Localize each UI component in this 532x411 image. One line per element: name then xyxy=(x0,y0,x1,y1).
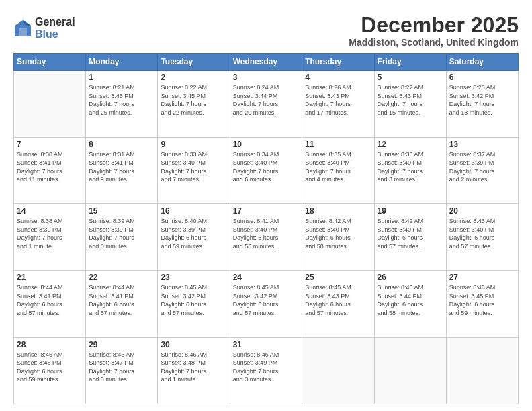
day-detail: Sunrise: 8:42 AM Sunset: 3:40 PM Dayligh… xyxy=(305,217,371,250)
day-detail: Sunrise: 8:28 AM Sunset: 3:42 PM Dayligh… xyxy=(449,83,515,117)
calendar-cell: 11Sunrise: 8:35 AM Sunset: 3:40 PM Dayli… xyxy=(302,137,374,203)
day-number: 17 xyxy=(233,206,300,216)
calendar-week-0: 1Sunrise: 8:21 AM Sunset: 3:46 PM Daylig… xyxy=(14,71,519,137)
day-detail: Sunrise: 8:33 AM Sunset: 3:40 PM Dayligh… xyxy=(161,150,226,184)
header-row: Sunday Monday Tuesday Wednesday Thursday… xyxy=(14,54,519,71)
day-detail: Sunrise: 8:46 AM Sunset: 3:44 PM Dayligh… xyxy=(378,283,443,317)
day-number: 7 xyxy=(17,140,83,149)
calendar-cell: 17Sunrise: 8:41 AM Sunset: 3:40 PM Dayli… xyxy=(230,203,302,270)
day-number: 8 xyxy=(89,140,154,149)
calendar-cell: 31Sunrise: 8:46 AM Sunset: 3:49 PM Dayli… xyxy=(230,337,302,404)
calendar-cell: 7Sunrise: 8:30 AM Sunset: 3:41 PM Daylig… xyxy=(14,137,86,203)
calendar-cell: 10Sunrise: 8:34 AM Sunset: 3:40 PM Dayli… xyxy=(230,137,302,203)
day-number: 12 xyxy=(378,140,443,149)
day-number: 13 xyxy=(449,140,515,149)
day-detail: Sunrise: 8:43 AM Sunset: 3:40 PM Dayligh… xyxy=(449,217,515,250)
calendar-cell: 29Sunrise: 8:46 AM Sunset: 3:47 PM Dayli… xyxy=(86,337,158,404)
day-number: 27 xyxy=(449,273,515,282)
calendar-cell xyxy=(302,337,374,404)
day-number: 6 xyxy=(449,73,515,82)
calendar-cell: 28Sunrise: 8:46 AM Sunset: 3:46 PM Dayli… xyxy=(14,337,86,404)
day-number: 30 xyxy=(161,340,226,349)
day-detail: Sunrise: 8:42 AM Sunset: 3:40 PM Dayligh… xyxy=(378,217,443,250)
day-detail: Sunrise: 8:36 AM Sunset: 3:40 PM Dayligh… xyxy=(378,150,443,184)
calendar-cell: 16Sunrise: 8:40 AM Sunset: 3:39 PM Dayli… xyxy=(158,203,230,270)
col-wednesday: Wednesday xyxy=(230,54,302,71)
calendar-cell: 30Sunrise: 8:46 AM Sunset: 3:48 PM Dayli… xyxy=(158,337,230,404)
day-number: 26 xyxy=(378,273,443,282)
calendar-week-2: 14Sunrise: 8:38 AM Sunset: 3:39 PM Dayli… xyxy=(14,203,519,270)
calendar-week-1: 7Sunrise: 8:30 AM Sunset: 3:41 PM Daylig… xyxy=(14,137,519,203)
day-number: 29 xyxy=(89,340,154,349)
day-number: 22 xyxy=(89,273,154,282)
calendar-cell: 25Sunrise: 8:45 AM Sunset: 3:43 PM Dayli… xyxy=(302,271,374,337)
day-number: 14 xyxy=(17,206,83,216)
day-number: 3 xyxy=(233,73,300,82)
day-detail: Sunrise: 8:24 AM Sunset: 3:44 PM Dayligh… xyxy=(233,83,300,117)
day-number: 23 xyxy=(161,273,226,282)
calendar-header: Sunday Monday Tuesday Wednesday Thursday… xyxy=(14,54,519,71)
calendar-cell: 6Sunrise: 8:28 AM Sunset: 3:42 PM Daylig… xyxy=(446,71,518,137)
calendar-cell: 4Sunrise: 8:26 AM Sunset: 3:43 PM Daylig… xyxy=(302,71,374,137)
calendar-cell: 23Sunrise: 8:45 AM Sunset: 3:42 PM Dayli… xyxy=(158,271,230,337)
day-number: 19 xyxy=(378,206,443,216)
day-detail: Sunrise: 8:38 AM Sunset: 3:39 PM Dayligh… xyxy=(17,217,83,250)
calendar-cell xyxy=(446,337,518,404)
logo-general: General xyxy=(35,16,75,28)
day-detail: Sunrise: 8:41 AM Sunset: 3:40 PM Dayligh… xyxy=(233,217,300,250)
day-detail: Sunrise: 8:45 AM Sunset: 3:43 PM Dayligh… xyxy=(305,283,371,317)
day-detail: Sunrise: 8:34 AM Sunset: 3:40 PM Dayligh… xyxy=(233,150,300,184)
month-title: December 2025 xyxy=(349,13,519,37)
day-detail: Sunrise: 8:27 AM Sunset: 3:43 PM Dayligh… xyxy=(378,83,443,117)
day-detail: Sunrise: 8:39 AM Sunset: 3:39 PM Dayligh… xyxy=(89,217,154,250)
col-saturday: Saturday xyxy=(446,54,518,71)
day-number: 2 xyxy=(161,73,226,82)
calendar-cell: 13Sunrise: 8:37 AM Sunset: 3:39 PM Dayli… xyxy=(446,137,518,203)
day-number: 5 xyxy=(378,73,443,82)
calendar-cell: 22Sunrise: 8:44 AM Sunset: 3:41 PM Dayli… xyxy=(86,271,158,337)
calendar-cell: 20Sunrise: 8:43 AM Sunset: 3:40 PM Dayli… xyxy=(446,203,518,270)
title-block: December 2025 Maddiston, Scotland, Unite… xyxy=(349,13,519,48)
calendar-cell: 26Sunrise: 8:46 AM Sunset: 3:44 PM Dayli… xyxy=(374,271,446,337)
day-number: 18 xyxy=(305,206,371,216)
location: Maddiston, Scotland, United Kingdom xyxy=(349,37,519,48)
calendar-week-3: 21Sunrise: 8:44 AM Sunset: 3:41 PM Dayli… xyxy=(14,271,519,337)
day-detail: Sunrise: 8:45 AM Sunset: 3:42 PM Dayligh… xyxy=(233,283,300,317)
logo-icon xyxy=(13,19,32,38)
col-thursday: Thursday xyxy=(302,54,374,71)
day-detail: Sunrise: 8:46 AM Sunset: 3:46 PM Dayligh… xyxy=(17,351,83,384)
day-detail: Sunrise: 8:40 AM Sunset: 3:39 PM Dayligh… xyxy=(161,217,226,250)
calendar-cell: 5Sunrise: 8:27 AM Sunset: 3:43 PM Daylig… xyxy=(374,71,446,137)
day-detail: Sunrise: 8:22 AM Sunset: 3:45 PM Dayligh… xyxy=(161,83,226,117)
calendar-cell: 18Sunrise: 8:42 AM Sunset: 3:40 PM Dayli… xyxy=(302,203,374,270)
calendar-cell: 24Sunrise: 8:45 AM Sunset: 3:42 PM Dayli… xyxy=(230,271,302,337)
calendar-cell: 8Sunrise: 8:31 AM Sunset: 3:41 PM Daylig… xyxy=(86,137,158,203)
calendar-cell: 1Sunrise: 8:21 AM Sunset: 3:46 PM Daylig… xyxy=(86,71,158,137)
day-number: 1 xyxy=(89,73,154,82)
col-sunday: Sunday xyxy=(14,54,86,71)
day-number: 24 xyxy=(233,273,300,282)
day-detail: Sunrise: 8:37 AM Sunset: 3:39 PM Dayligh… xyxy=(449,150,515,184)
day-detail: Sunrise: 8:44 AM Sunset: 3:41 PM Dayligh… xyxy=(17,283,83,317)
day-detail: Sunrise: 8:46 AM Sunset: 3:47 PM Dayligh… xyxy=(89,351,154,384)
calendar-cell: 12Sunrise: 8:36 AM Sunset: 3:40 PM Dayli… xyxy=(374,137,446,203)
calendar-cell: 9Sunrise: 8:33 AM Sunset: 3:40 PM Daylig… xyxy=(158,137,230,203)
calendar-week-4: 28Sunrise: 8:46 AM Sunset: 3:46 PM Dayli… xyxy=(14,337,519,404)
calendar-cell: 2Sunrise: 8:22 AM Sunset: 3:45 PM Daylig… xyxy=(158,71,230,137)
calendar-cell: 19Sunrise: 8:42 AM Sunset: 3:40 PM Dayli… xyxy=(374,203,446,270)
col-monday: Monday xyxy=(86,54,158,71)
day-detail: Sunrise: 8:30 AM Sunset: 3:41 PM Dayligh… xyxy=(17,150,83,184)
page: General Blue December 2025 Maddiston, Sc… xyxy=(0,0,532,411)
day-number: 25 xyxy=(305,273,371,282)
calendar-cell: 27Sunrise: 8:46 AM Sunset: 3:45 PM Dayli… xyxy=(446,271,518,337)
calendar-cell: 15Sunrise: 8:39 AM Sunset: 3:39 PM Dayli… xyxy=(86,203,158,270)
col-tuesday: Tuesday xyxy=(158,54,230,71)
calendar-table: Sunday Monday Tuesday Wednesday Thursday… xyxy=(13,53,519,404)
day-number: 21 xyxy=(17,273,83,282)
svg-rect-2 xyxy=(19,28,27,36)
logo-blue: Blue xyxy=(35,28,75,40)
day-number: 10 xyxy=(233,140,300,149)
day-detail: Sunrise: 8:46 AM Sunset: 3:49 PM Dayligh… xyxy=(233,351,300,384)
day-detail: Sunrise: 8:46 AM Sunset: 3:45 PM Dayligh… xyxy=(449,283,515,317)
col-friday: Friday xyxy=(374,54,446,71)
